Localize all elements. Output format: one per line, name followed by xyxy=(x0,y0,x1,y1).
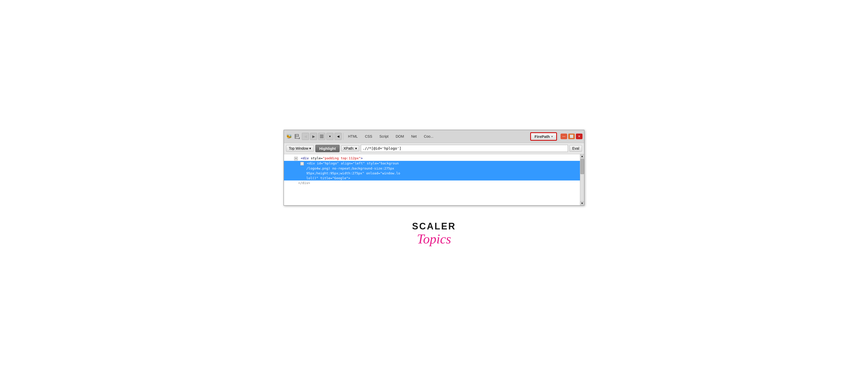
page-wrapper: 🐝 ◀ ▶ xyxy=(283,130,585,246)
selected-html-node-cont1: /logo4w.png) no-repeat;background-size:2… xyxy=(284,166,580,171)
window-controls: — ⬜ ✕ xyxy=(561,134,583,139)
devtools-panel: 🐝 ◀ ▶ xyxy=(283,130,585,206)
html-line-1: − <div style="padding top:112px"> xyxy=(284,156,580,161)
selected-html-node[interactable]: + <div id="hplogo" align="left" style="b… xyxy=(284,161,580,166)
tab-html[interactable]: HTML xyxy=(345,133,361,139)
devtools-toolbar: 🐝 ◀ ▶ xyxy=(284,130,584,143)
top-window-button[interactable]: Top Window ▾ xyxy=(286,145,314,152)
bee-icon: 🐝 xyxy=(285,133,293,140)
inspector-icon[interactable] xyxy=(294,133,301,140)
scroll-down-button[interactable]: ▼ xyxy=(580,201,584,205)
firepath-button[interactable]: FirePath ▾ xyxy=(530,132,557,141)
scroll-thumb[interactable] xyxy=(581,159,584,174)
html-line-close: </div> xyxy=(284,180,580,185)
devtools-content: − <div style="padding top:112px"> + <div… xyxy=(284,154,584,205)
scaler-topics-logo: SCALER Topics xyxy=(412,221,456,246)
close-button[interactable]: ✕ xyxy=(576,134,583,139)
scaler-text: SCALER xyxy=(412,221,456,232)
tab-script[interactable]: Script xyxy=(376,133,392,139)
svg-rect-4 xyxy=(298,137,300,139)
forward-button[interactable]: ▶ xyxy=(310,133,317,140)
expand-icon-1[interactable]: + xyxy=(300,162,304,165)
top-window-arrow-icon: ▾ xyxy=(309,146,311,150)
collapse-icon-1[interactable]: − xyxy=(294,157,298,160)
selected-html-node-cont3: lol()" title="Google"> xyxy=(284,176,580,180)
selected-html-node-cont2: 95px;height:95px;width:275px" onload="wi… xyxy=(284,171,580,176)
eval-button[interactable]: Eval xyxy=(569,145,582,152)
xpath-dropdown-icon: ▾ xyxy=(355,146,357,150)
eval-label: Eval xyxy=(572,146,579,150)
highlight-label: Highlight xyxy=(319,146,336,151)
back-button[interactable]: ◀ xyxy=(302,133,309,140)
topics-text: Topics xyxy=(417,232,451,246)
menu-button[interactable] xyxy=(318,133,325,140)
xpath-text: XPath: xyxy=(343,146,354,150)
html-tree: − <div style="padding top:112px"> + <div… xyxy=(284,154,580,205)
highlight-button[interactable]: Highlight xyxy=(315,145,340,152)
tab-dom[interactable]: DOM xyxy=(393,133,407,139)
tab-cookies[interactable]: Coo... xyxy=(421,133,436,139)
tab-net[interactable]: Net xyxy=(408,133,420,139)
maximize-button[interactable]: ⬜ xyxy=(568,134,575,139)
dropdown-button[interactable]: ▾ xyxy=(326,133,334,140)
scroll-track xyxy=(580,158,584,201)
xpath-label[interactable]: XPath: ▾ xyxy=(341,145,359,151)
scroll-up-button[interactable]: ▲ xyxy=(580,154,584,158)
scrollbar: ▲ ▼ xyxy=(580,154,584,205)
address-bar: Top Window ▾ Highlight XPath: ▾ Eval xyxy=(284,143,584,154)
collapse-panel-button[interactable]: ◀ xyxy=(335,133,342,140)
minimize-button[interactable]: — xyxy=(561,134,567,139)
xpath-input[interactable] xyxy=(361,145,568,152)
tab-css[interactable]: CSS xyxy=(362,133,375,139)
top-window-label: Top Window xyxy=(289,146,308,150)
firepath-dropdown-icon: ▾ xyxy=(551,135,553,138)
firepath-label: FirePath xyxy=(534,134,550,139)
sep1 xyxy=(343,133,343,140)
